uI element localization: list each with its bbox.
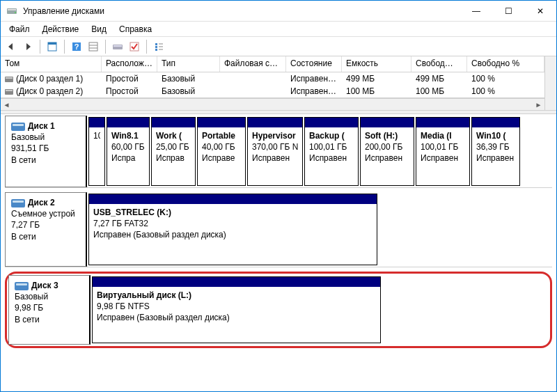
partition[interactable]: Portable40,00 ГБИсправе (197, 117, 246, 186)
svg-rect-15 (155, 49, 157, 51)
app-window: Управление дисками — ☐ ✕ Файл Действие В… (0, 0, 557, 392)
col-free[interactable]: Свобод… (411, 56, 467, 72)
volume-vscroll[interactable] (544, 56, 556, 110)
col-type[interactable]: Тип (157, 56, 220, 72)
toolbar-separator-4 (146, 40, 147, 54)
col-status[interactable]: Состояние (286, 56, 342, 72)
disk-2-partitions: USB_STRELEC (K:) 7,27 ГБ FAT32 Исправен … (87, 192, 552, 267)
disk-icon (15, 282, 29, 290)
disk-1-row: Диск 1 Базовый 931,51 ГБ В сети 10 Win8.… (5, 116, 552, 188)
settings-button[interactable] (86, 39, 101, 54)
menubar: Файл Действие Вид Справка (1, 22, 556, 37)
partition[interactable]: Media (I100,01 ГБИсправен (416, 117, 470, 186)
partition[interactable]: Win8.160,00 ГБИспра (107, 117, 150, 186)
minimize-button[interactable]: — (460, 1, 492, 22)
disk-1-info[interactable]: Диск 1 Базовый 931,51 ГБ В сети (5, 116, 87, 187)
partition[interactable]: 10 (88, 117, 105, 186)
forward-button[interactable] (20, 39, 36, 54)
svg-point-2 (15, 12, 16, 13)
disk-3-row: Диск 3 Базовый 9,98 ГБ В сети Виртуальны… (8, 275, 549, 345)
toolbar-separator-3 (105, 40, 106, 54)
volume-icon (5, 77, 13, 82)
svg-rect-1 (8, 9, 16, 10)
disk-3-info[interactable]: Диск 3 Базовый 9,98 ГБ В сети (8, 275, 91, 345)
partition[interactable]: Виртуальный диск (L:) 9,98 ГБ NTFS Испра… (92, 276, 381, 343)
volume-hscroll[interactable]: ◄ ► (1, 98, 544, 110)
col-tom[interactable]: Том (1, 56, 102, 72)
volume-list-body: (Диск 0 раздел 1) Простой Базовый Исправ… (1, 72, 544, 97)
disk-3-partitions: Виртуальный диск (L:) 9,98 ГБ NTFS Испра… (91, 275, 549, 345)
svg-rect-11 (113, 45, 122, 47)
help-button[interactable]: ? (69, 39, 84, 54)
window-title: Управление дисками (23, 6, 460, 16)
maximize-button[interactable]: ☐ (492, 1, 524, 22)
volume-list-header: Том Располож… Тип Файловая с… Состояние … (1, 56, 544, 72)
show-hide-tree-button[interactable] (45, 39, 60, 54)
content-area: Том Располож… Тип Файловая с… Состояние … (1, 56, 556, 391)
app-icon (6, 6, 17, 17)
col-capacity[interactable]: Емкость (342, 56, 411, 72)
partition[interactable]: Win10 (36,39 ГБИсправен (471, 117, 520, 186)
back-button[interactable] (3, 39, 19, 54)
partition[interactable]: Work (25,00 ГБИсправ (151, 117, 196, 186)
menu-help[interactable]: Справка (113, 23, 157, 36)
toolbar: ? (1, 37, 556, 56)
partition[interactable]: USB_STRELEC (K:) 7,27 ГБ FAT32 Исправен … (88, 194, 377, 265)
svg-rect-13 (155, 43, 157, 45)
col-free-pc[interactable]: Свободно % (467, 56, 544, 72)
svg-rect-7 (89, 42, 97, 51)
disk-button[interactable] (110, 39, 125, 54)
scroll-left-icon[interactable]: ◄ (1, 99, 13, 111)
svg-text:?: ? (74, 42, 79, 51)
check-button[interactable] (127, 39, 142, 54)
partition[interactable]: Backup (100,01 ГБИсправен (304, 117, 359, 186)
toolbar-separator (40, 40, 40, 54)
disk-2-row: Диск 2 Съемное устрой 7,27 ГБ В сети USB… (5, 192, 552, 267)
partition[interactable]: Hypervisor370,00 ГБ NИсправен (247, 117, 303, 186)
volume-icon (5, 89, 13, 95)
volume-row[interactable]: (Диск 0 раздел 2) Простой Базовый Исправ… (1, 85, 544, 97)
col-layout[interactable]: Располож… (102, 56, 157, 72)
svg-rect-4 (48, 42, 56, 45)
menu-action[interactable]: Действие (37, 23, 85, 36)
partition[interactable]: Soft (H:)200,00 ГБИсправен (360, 117, 414, 186)
volume-list: Том Располож… Тип Файловая с… Состояние … (1, 56, 544, 98)
toolbar-separator-2 (64, 40, 65, 54)
titlebar: Управление дисками — ☐ ✕ (1, 1, 556, 22)
graphical-view: Диск 1 Базовый 931,51 ГБ В сети 10 Win8.… (1, 114, 556, 391)
scroll-right-icon[interactable]: ► (533, 99, 544, 111)
close-button[interactable]: ✕ (524, 1, 556, 22)
disk-2-info[interactable]: Диск 2 Съемное устрой 7,27 ГБ В сети (5, 192, 87, 267)
col-fs[interactable]: Файловая с… (220, 56, 286, 72)
list-button[interactable] (151, 39, 166, 54)
menu-view[interactable]: Вид (86, 23, 112, 36)
volume-row[interactable]: (Диск 0 раздел 1) Простой Базовый Исправ… (1, 72, 544, 85)
menu-file[interactable]: Файл (3, 23, 36, 36)
disk-icon (11, 123, 25, 131)
disk-icon (11, 199, 25, 207)
disk-1-partitions: 10 Win8.160,00 ГБИспра Work (25,00 ГБИсп… (87, 116, 552, 187)
highlight-annotation: Диск 3 Базовый 9,98 ГБ В сети Виртуальны… (5, 272, 552, 348)
svg-rect-14 (155, 46, 157, 48)
